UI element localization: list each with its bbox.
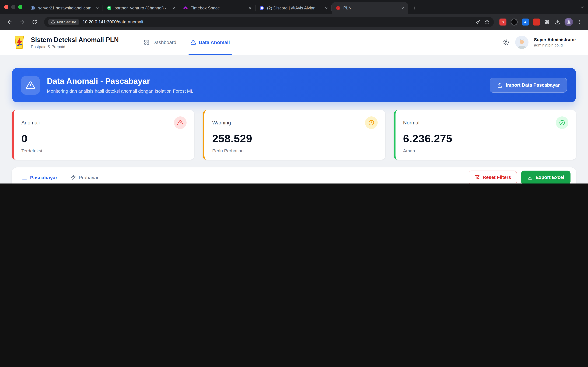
tab-title: (2) Discord | @Avis Alvian	[267, 6, 322, 10]
hostwhitelabel-favicon	[30, 5, 35, 11]
stat-card-normal: Normal 6.236.275 Aman	[394, 110, 576, 160]
tab-title: server21.hostwhitelabel.com	[38, 6, 93, 10]
close-icon[interactable]	[95, 6, 99, 10]
window-controls	[4, 0, 26, 14]
extension-icon-red-2[interactable]	[533, 18, 540, 25]
forward-button[interactable]	[17, 17, 27, 27]
stat-card-warning: Warning 258.529 Perlu Perhatian	[203, 110, 385, 160]
address-bar[interactable]: Not Secure 10.20.0.141:3000/data-anomali	[44, 17, 494, 27]
pln-logo	[12, 35, 26, 50]
user-avatar[interactable]	[515, 36, 528, 49]
extensions-area: S A	[498, 18, 584, 26]
passwords-key-icon[interactable]	[476, 19, 481, 25]
close-icon[interactable]	[401, 6, 405, 10]
downloads-icon[interactable]	[554, 19, 560, 25]
translate-extension-icon[interactable]: A	[522, 18, 529, 25]
tab-pln-active[interactable]: PLN	[332, 2, 408, 14]
tab-timebox[interactable]: Timebox Space	[179, 2, 256, 14]
nav-data-anomali[interactable]: Data Anomali	[190, 30, 230, 55]
discord-favicon	[259, 5, 264, 11]
extension-icon-dark[interactable]	[511, 18, 518, 25]
timebox-favicon	[183, 5, 188, 11]
stat-card-anomali: Anomali 0 Terdeteksi	[12, 110, 194, 160]
anomali-count: 0	[21, 133, 187, 145]
extension-icon-red[interactable]: S	[500, 18, 506, 25]
import-data-button[interactable]: Import Data Pascabayar	[490, 78, 567, 93]
bookmark-star-icon[interactable]	[484, 19, 490, 25]
tab-server21[interactable]: server21.hostwhitelabel.com	[26, 2, 103, 14]
close-window-button[interactable]	[4, 5, 9, 9]
normal-count: 6.236.275	[403, 133, 568, 145]
venturo-favicon	[106, 5, 112, 11]
url-text: 10.20.0.141:3000/data-anomali	[83, 19, 472, 24]
alert-triangle-icon	[21, 76, 40, 95]
main-nav: Dashboard Data Anomali	[144, 30, 230, 55]
back-button[interactable]	[4, 17, 15, 27]
alert-triangle-icon	[174, 117, 187, 129]
browser-toolbar: Not Secure 10.20.0.141:3000/data-anomali…	[0, 14, 588, 30]
tab-title: partner_venturo (Channel) -	[114, 6, 169, 10]
user-email: admin@pln.co.id	[534, 43, 576, 47]
tab-search-chevron-icon[interactable]	[579, 5, 585, 9]
new-tab-button[interactable]	[410, 3, 419, 13]
hero-title: Data Anomali - Pascabayar	[47, 76, 193, 86]
browser-tabstrip: server21.hostwhitelabel.com partner_vent…	[0, 0, 588, 14]
tab-pascabayar[interactable]: Pascabayar	[20, 167, 59, 184]
page-title: Sistem Deteksi Anomali PLN	[31, 36, 119, 43]
alert-circle-icon	[365, 117, 378, 129]
browser-profile-avatar[interactable]	[564, 18, 573, 26]
hero-subtitle: Monitoring dan analisis hasil deteksi an…	[47, 88, 193, 94]
screen: server21.hostwhitelabel.com partner_vent…	[0, 0, 588, 184]
menu-kebab-icon[interactable]	[577, 19, 582, 25]
user-name: Super Administrator	[534, 37, 576, 42]
extensions-puzzle-icon[interactable]	[544, 19, 550, 25]
tab-prabayar[interactable]: Prabayar	[69, 167, 100, 184]
tab-title: Timebox Space	[191, 6, 245, 10]
close-icon[interactable]	[172, 6, 176, 10]
warning-count: 258.529	[212, 133, 378, 145]
settings-gear-icon[interactable]	[502, 39, 510, 46]
tab-discord[interactable]: (2) Discord | @Avis Alvian	[256, 2, 332, 14]
close-icon[interactable]	[324, 6, 328, 10]
tab-venturo[interactable]: partner_venturo (Channel) -	[103, 2, 179, 14]
stat-cards: Anomali 0 Terdeteksi Warning 258.529 Per…	[12, 110, 576, 160]
tab-list: server21.hostwhitelabel.com partner_vent…	[26, 2, 408, 14]
pln-favicon	[335, 5, 341, 11]
zoom-window-button[interactable]	[18, 5, 22, 9]
data-panel: Pascabayar Prabayar Reset Filters Export…	[12, 167, 576, 184]
tab-title: PLN	[343, 6, 398, 10]
check-circle-icon	[556, 117, 568, 129]
close-icon[interactable]	[248, 6, 252, 10]
not-secure-badge[interactable]: Not Secure	[48, 19, 79, 25]
minimize-window-button[interactable]	[11, 5, 15, 9]
not-secure-label: Not Secure	[57, 20, 76, 24]
reset-filters-button[interactable]: Reset Filters	[469, 170, 517, 184]
nav-dashboard[interactable]: Dashboard	[144, 30, 176, 55]
page-content: Data Anomali - Pascabayar Monitoring dan…	[0, 55, 588, 184]
reload-button[interactable]	[29, 17, 40, 27]
app-header: Sistem Deteksi Anomali PLN Postpaid & Pr…	[0, 30, 588, 55]
hero-banner: Data Anomali - Pascabayar Monitoring dan…	[12, 68, 576, 102]
page-subtitle: Postpaid & Prepaid	[31, 45, 119, 49]
export-excel-button[interactable]: Export Excel	[521, 170, 571, 184]
